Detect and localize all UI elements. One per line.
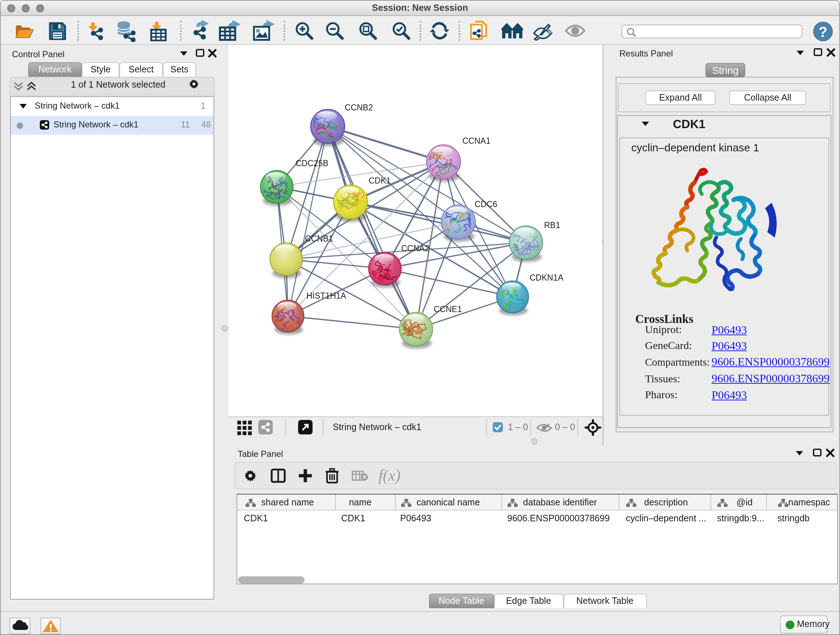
svg-text:CCNA2: CCNA2 — [401, 244, 429, 253]
svg-text:HIST1H1A: HIST1H1A — [306, 291, 347, 301]
svg-text:CDC6: CDC6 — [475, 200, 497, 209]
svg-text:CDK1: CDK1 — [369, 176, 391, 185]
svg-text:RB1: RB1 — [544, 220, 561, 230]
svg-text:CDC25B: CDC25B — [295, 158, 328, 168]
svg-text:CCNB2: CCNB2 — [345, 103, 373, 112]
svg-text:CCNB1: CCNB1 — [305, 234, 333, 243]
svg-text:CDKN1A: CDKN1A — [530, 273, 564, 282]
svg-text:CCNE1: CCNE1 — [434, 304, 462, 314]
svg-text:CCNA1: CCNA1 — [462, 136, 491, 146]
